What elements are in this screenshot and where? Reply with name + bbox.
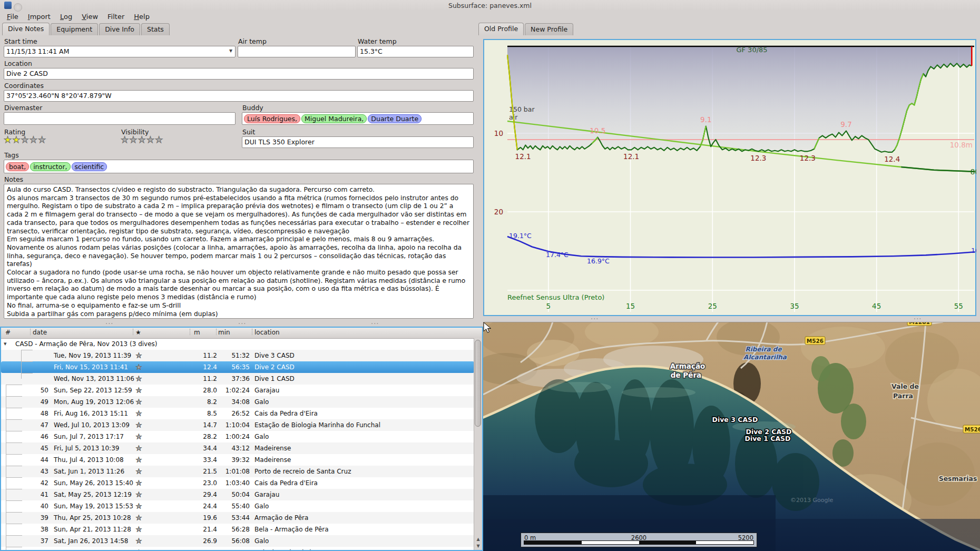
map-panel[interactable]: Armaçãode PêraRibeira deAlcantarilhaVale…	[483, 322, 980, 551]
tab-dive-notes[interactable]: Dive Notes	[2, 23, 50, 35]
map-scale-bar: 0 m 2600 5200	[521, 533, 757, 547]
column-header-stars[interactable]: ★	[135, 329, 141, 336]
star-icon: ★	[136, 396, 142, 408]
column-header-min[interactable]: min	[218, 329, 230, 336]
dive-row[interactable]: 36Sun, Jan 20, 2013 12:33★★★★★21.758:36C…	[1, 547, 474, 551]
temperature-label: 16	[971, 247, 976, 254]
dive-depth: 8.2	[187, 396, 217, 408]
dive-row[interactable]: 41Sat, May 25, 2013 12:19★★★★★29.450:04G…	[1, 489, 474, 500]
dive-location: Madeirense	[254, 454, 291, 466]
map-place-label: Armação	[670, 362, 705, 370]
tab-equipment[interactable]: Equipment	[51, 23, 98, 35]
tree-line	[6, 489, 22, 489]
left-tab-bar: Dive NotesEquipmentDive InfoStats	[2, 23, 171, 35]
star-icon: ★	[136, 454, 142, 466]
title-bar[interactable]: Subsurface: paneves.xml	[0, 0, 980, 11]
column-header-date[interactable]: date	[33, 329, 47, 336]
tree-line	[6, 454, 6, 466]
buddy-pill[interactable]: Luís Rodrigues,	[244, 114, 300, 123]
menu-view[interactable]: View	[77, 12, 103, 22]
tree-line	[6, 396, 22, 397]
dive-row[interactable]: 43Sat, Jun 1, 2013 11:26★★★★★21.51:01:08…	[1, 466, 474, 477]
scroll-up-icon[interactable]: ▲	[475, 536, 482, 543]
collapse-arrow-icon[interactable]: ▾	[4, 338, 7, 350]
column-header-m[interactable]: m	[194, 329, 200, 336]
tree-line	[6, 524, 22, 524]
dive-row[interactable]: 44Thu, Jul 4, 2013 10:08★★★★★33.439:32Ma…	[1, 454, 474, 466]
svg-text:M526: M526	[807, 338, 824, 344]
dive-row[interactable]: 50Sun, Sep 22, 2013 12:59★★★★★28.01:02:2…	[1, 385, 474, 396]
menu-filter[interactable]: Filter	[103, 12, 129, 22]
time-axis-tick: 25	[708, 302, 717, 310]
dive-row[interactable]: 45Fri, Jul 5, 2013 10:39★★★★★34.443:12Ma…	[1, 442, 474, 454]
water-temp-field[interactable]: 15.3°C	[357, 46, 474, 57]
dive-row[interactable]: 42Sun, May 26, 2013 15:40★★★★★23.01:03:4…	[1, 477, 474, 489]
dive-location: Armação de Pêra	[254, 512, 308, 524]
dive-row[interactable]: 38Sun, Apr 21, 2013 11:28★★★★★21.456:28B…	[1, 524, 474, 535]
dive-site-label[interactable]: Dive 3 CASD	[712, 416, 758, 424]
dive-row[interactable]: 37Sat, Jan 26, 2013 14:58★★★★★26.956:08G…	[1, 535, 474, 547]
scroll-down-icon[interactable]: ▼	[475, 543, 482, 549]
dive-number: 43	[24, 466, 48, 477]
dive-row[interactable]: 47Wed, Jul 10, 2013 13:09★★★★★14.71:10:0…	[1, 419, 474, 431]
scrollbar-thumb[interactable]	[475, 340, 481, 427]
mean-depth-label: 10.8m	[950, 141, 973, 149]
depth-annotation: 10.5	[590, 126, 605, 135]
dive-row[interactable]: 49Mon, Aug 19, 2013 12:06★★★★★8.234:08Ga…	[1, 396, 474, 408]
dive-date: Sat, Jan 26, 2013 14:58	[54, 535, 128, 547]
dive-row[interactable]: 40Sun, May 19, 2013 15:53★★★★★24.455:40G…	[1, 500, 474, 512]
dive-date: Sat, May 25, 2013 12:19	[54, 489, 132, 500]
buddy-pill[interactable]: Miguel Madureira,	[301, 114, 367, 123]
dive-site-label[interactable]: Dive 1 CASD	[745, 435, 791, 442]
tag-pill[interactable]: boat,	[6, 162, 29, 171]
dive-row[interactable]: 46Sun, Jul 7, 2013 17:17★★★★★28.21:00:24…	[1, 431, 474, 442]
profile-chart[interactable]: 10.8m150 barair8019.1°C17.4°C16.9°C1612.…	[483, 39, 976, 316]
tree-line	[6, 408, 22, 408]
dive-row[interactable]: 48Fri, Aug 16, 2013 15:11★★★★★8.526:52Ca…	[1, 408, 474, 419]
trip-row[interactable]: ▾CASD - Armação de Pêra, Nov 2013 (3 div…	[1, 338, 474, 350]
dive-list-header[interactable]: #date★mminlocation	[1, 328, 482, 339]
tree-line	[6, 419, 22, 420]
tab-old-profile[interactable]: Old Profile	[478, 23, 524, 35]
tree-line	[6, 547, 22, 547]
dive-date: Sun, Jul 7, 2013 17:17	[54, 431, 124, 442]
menu-log[interactable]: Log	[55, 12, 77, 22]
dive-date: Sun, May 19, 2013 15:53	[54, 500, 133, 512]
buddy-pill[interactable]: Duarte Duarte	[368, 114, 422, 123]
buddy-field[interactable]: Luís Rodrigues,Miguel Madureira,Duarte D…	[242, 112, 474, 125]
dive-row[interactable]: Wed, Nov 13, 2013 11:06★★★★★11.237:36Div…	[1, 373, 474, 385]
dive-date: Wed, Nov 13, 2013 11:06	[54, 373, 134, 385]
location-field[interactable]: Dive 2 CASD	[4, 68, 474, 80]
dive-depth: 11.2	[187, 350, 217, 361]
tab-stats[interactable]: Stats	[141, 23, 170, 35]
dive-list-scrollbar[interactable]: ▲ ▼	[474, 338, 482, 550]
tags-field[interactable]: boat,instructor,scientific	[4, 160, 474, 173]
menu-import[interactable]: Import	[23, 12, 55, 22]
divemaster-field[interactable]	[4, 112, 236, 125]
dive-row[interactable]: Tue, Nov 19, 2013 11:39★★★★★11.251:32Div…	[1, 350, 474, 361]
tab-new-profile[interactable]: New Profile	[525, 23, 573, 35]
tab-dive-info[interactable]: Dive Info	[99, 23, 140, 35]
dive-row[interactable]: Fri, Nov 15, 2013 11:41★★★★★12.456:35Div…	[1, 361, 474, 373]
dive-depth: 23.0	[187, 477, 217, 489]
menu-file[interactable]: File	[2, 12, 23, 22]
rating-stars[interactable]: ★★★★★	[4, 134, 46, 145]
star-icon: ★	[138, 134, 146, 145]
menu-help[interactable]: Help	[129, 12, 154, 22]
tag-pill[interactable]: scientific	[72, 162, 107, 171]
air-temp-field[interactable]	[238, 46, 356, 57]
coordinates-field[interactable]: 37°05'23.460"N 8°20'47.879"W	[4, 90, 474, 102]
dive-computer-label: Reefnet Sensus Ultra (Preto)	[507, 293, 604, 301]
dive-row[interactable]: 39Thu, Apr 25, 2013 10:28★★★★★19.653:44A…	[1, 512, 474, 524]
column-header-location[interactable]: location	[254, 329, 280, 336]
tag-pill[interactable]: instructor,	[30, 162, 70, 171]
suit-field[interactable]: DUI TLS 350 Explorer	[242, 136, 474, 148]
start-time-combo[interactable]: 11/15/13 11:41 AM▾	[4, 46, 236, 57]
dive-date: Mon, Aug 19, 2013 12:06	[54, 396, 134, 408]
star-icon: ★	[136, 535, 142, 547]
dive-depth: 28.2	[187, 431, 217, 442]
notes-textarea[interactable]: Aula do curso CASD. Transectos c/video e…	[4, 184, 474, 319]
column-header-#[interactable]: #	[5, 329, 11, 336]
visibility-stars[interactable]: ★★★★★	[121, 134, 163, 145]
star-icon: ★	[136, 408, 142, 419]
